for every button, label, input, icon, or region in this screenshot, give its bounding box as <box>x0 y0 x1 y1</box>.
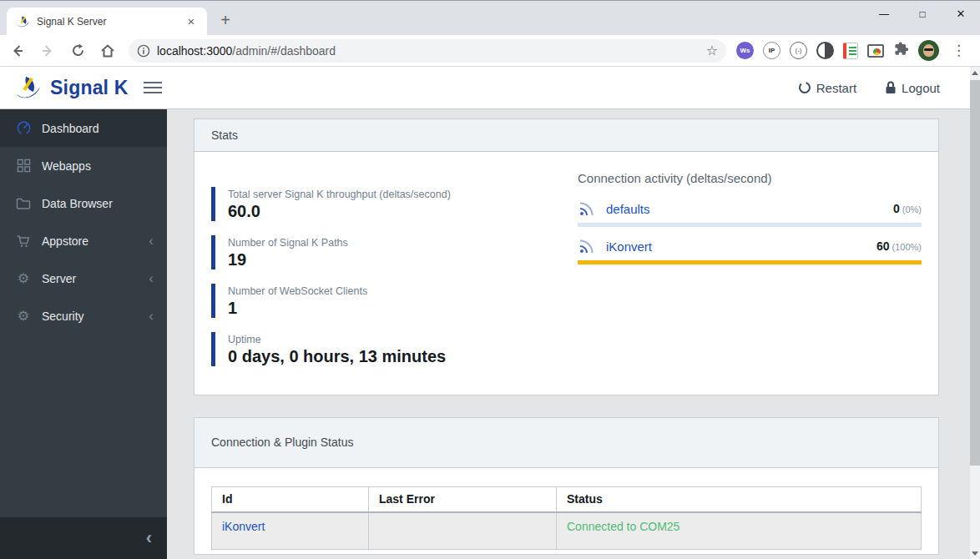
stats-card-header: Stats <box>194 119 938 152</box>
notes-extension-icon[interactable] <box>843 43 858 59</box>
bookmark-star-icon[interactable]: ☆ <box>706 43 718 58</box>
logout-button[interactable]: Logout <box>885 81 940 95</box>
row-id-link[interactable]: iKonvert <box>212 512 369 550</box>
provider-value: 60(100%) <box>876 239 922 253</box>
extensions-row: Ws IP (-) ⋮ <box>736 40 974 61</box>
reload-icon[interactable] <box>65 38 90 63</box>
chevron-left-icon: ‹ <box>149 234 154 248</box>
tab-close-icon[interactable]: × <box>184 14 199 29</box>
puzzle-extensions-icon[interactable] <box>893 41 909 60</box>
sidebar-item-dashboard[interactable]: Dashboard <box>0 109 167 147</box>
column-header-id: Id <box>212 487 369 512</box>
status-card: Connection & Plugin Status Id Last Error… <box>194 417 939 555</box>
signalk-logo-icon <box>12 74 45 101</box>
provider-value: 0(0%) <box>893 202 922 215</box>
provider-progress-track <box>578 260 922 264</box>
screenshot-extension-icon[interactable] <box>867 44 884 58</box>
restart-icon <box>798 81 811 94</box>
signalk-logo[interactable]: Signal K <box>12 74 129 101</box>
stat-paths: Number of Signal K Paths 19 <box>211 235 578 269</box>
scrollbar-thumb[interactable] <box>970 80 980 466</box>
grid-icon <box>15 159 32 173</box>
browser-toolbar: localhost:3000/admin/#/dashboard ☆ Ws IP… <box>0 35 980 67</box>
dark-mode-extension-icon[interactable] <box>816 42 834 59</box>
scroll-down-icon[interactable] <box>970 547 980 559</box>
sidebar-nav: Dashboard Webapps Data Browser Appstore … <box>0 109 167 559</box>
sidebar-item-data-browser[interactable]: Data Browser <box>0 184 167 222</box>
stat-accent-bar <box>211 187 215 221</box>
stats-card: Stats Total server Signal K throughput (… <box>194 118 939 395</box>
sidebar-item-appstore[interactable]: Appstore ‹ <box>0 222 167 259</box>
status-card-header: Connection & Plugin Status <box>194 418 938 468</box>
gear-icon: ⚙ <box>15 270 32 286</box>
url-text: localhost:3000/admin/#/dashboard <box>157 44 706 58</box>
sidebar-item-webapps[interactable]: Webapps <box>0 147 167 184</box>
lock-icon <box>885 81 897 94</box>
gear-icon: ⚙ <box>15 308 32 324</box>
stat-accent-bar <box>211 284 215 318</box>
chevron-left-icon: ‹ <box>149 309 154 323</box>
app-header: Signal K Restart Logout <box>0 67 970 109</box>
provider-progress-fill <box>578 260 922 264</box>
stats-list: Total server Signal K throughput (deltas… <box>211 152 578 380</box>
ip-extension-icon[interactable]: IP <box>763 42 780 59</box>
browser-tab[interactable]: Signal K Server × <box>7 8 207 36</box>
new-tab-button[interactable]: + <box>214 9 237 33</box>
chevron-left-icon: ‹ <box>149 271 154 285</box>
folder-icon <box>15 197 32 210</box>
forward-icon[interactable] <box>35 38 60 63</box>
stat-accent-bar <box>211 332 215 366</box>
address-bar[interactable]: localhost:3000/admin/#/dashboard ☆ <box>129 39 726 63</box>
rss-icon <box>578 199 596 218</box>
column-header-status: Status <box>557 487 922 512</box>
back-icon[interactable] <box>5 38 30 63</box>
rss-icon <box>578 237 596 255</box>
page-scrollbar[interactable] <box>970 67 980 559</box>
sidebar-minimizer[interactable]: ‹ <box>0 517 167 559</box>
brand-title: Signal K <box>50 77 129 99</box>
provider-defaults: defaults 0(0%) <box>578 197 922 227</box>
home-icon[interactable] <box>95 38 120 63</box>
close-button[interactable]: ✕ <box>942 2 980 27</box>
cart-icon <box>15 234 32 249</box>
profile-avatar[interactable] <box>918 40 939 61</box>
stat-uptime: Uptime 0 days, 0 hours, 13 minutes <box>211 332 578 366</box>
status-table: Id Last Error Status iKonvert Connected … <box>211 486 922 550</box>
collapse-chevron-icon: ‹ <box>146 527 152 549</box>
provider-link[interactable]: defaults <box>606 202 650 216</box>
tab-title: Signal K Server <box>37 16 184 28</box>
stat-accent-bar <box>211 235 215 269</box>
stat-throughput: Total server Signal K throughput (deltas… <box>211 187 578 221</box>
site-info-icon[interactable] <box>137 44 150 58</box>
table-row: iKonvert Connected to COM25 <box>212 512 922 550</box>
browser-menu-icon[interactable]: ⋮ <box>952 43 966 58</box>
ws-extension-icon[interactable]: Ws <box>736 42 754 59</box>
column-header-last-error: Last Error <box>369 487 557 512</box>
signalk-favicon <box>17 15 30 28</box>
browser-titlebar: Signal K Server × + — □ ✕ <box>0 0 980 35</box>
provider-link[interactable]: iKonvert <box>606 239 652 254</box>
minimize-button[interactable]: — <box>865 2 903 27</box>
sidebar-item-server[interactable]: ⚙ Server ‹ <box>0 259 167 297</box>
brackets-extension-icon[interactable]: (-) <box>790 42 807 59</box>
restart-button[interactable]: Restart <box>798 81 856 95</box>
row-last-error <box>369 512 557 550</box>
row-status: Connected to COM25 <box>557 512 922 550</box>
table-header-row: Id Last Error Status <box>212 487 922 512</box>
maximize-button[interactable]: □ <box>903 2 942 27</box>
provider-progress-track <box>578 223 922 227</box>
provider-ikonvert: iKonvert 60(100%) <box>578 234 922 264</box>
url-path: /admin/#/dashboard <box>232 44 336 58</box>
url-host: localhost:3000 <box>157 44 232 58</box>
sidebar-item-security[interactable]: ⚙ Security ‹ <box>0 297 167 335</box>
speedometer-icon <box>15 120 32 136</box>
stat-ws-clients: Number of WebSocket Clients 1 <box>211 284 578 318</box>
window-controls: — □ ✕ <box>865 2 980 27</box>
scroll-up-icon[interactable] <box>970 67 980 78</box>
main-content: Stats Total server Signal K throughput (… <box>167 109 970 559</box>
connection-activity-panel: Connection activity (deltas/second) defa… <box>578 152 922 380</box>
hamburger-menu-icon[interactable] <box>144 82 162 93</box>
